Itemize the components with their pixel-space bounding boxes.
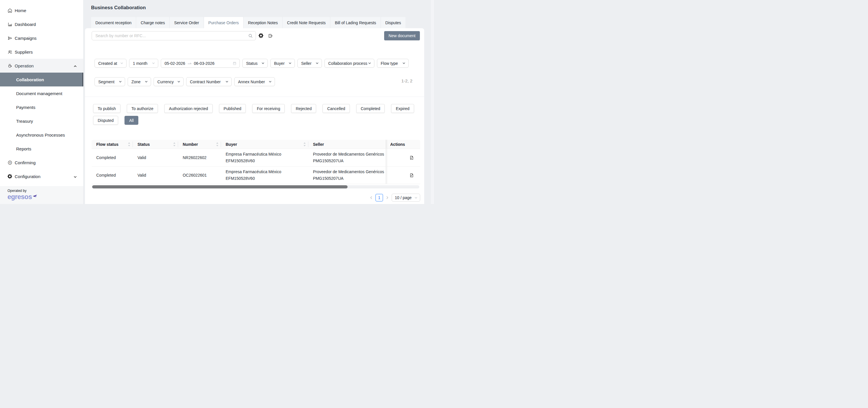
chip-to-authorize[interactable]: To authorize (127, 104, 158, 113)
sidebar-item-home[interactable]: Home (0, 3, 83, 17)
sort-icon[interactable] (173, 142, 176, 147)
chip-for-receiving[interactable]: For receiving (252, 104, 285, 113)
horizontal-scrollbar-thumb[interactable] (92, 185, 347, 188)
table-header: Flow status Status Number Buyer (92, 140, 420, 149)
contract-number-select[interactable]: Contract Number (186, 77, 232, 86)
tab-reception-notes[interactable]: Reception Notes (244, 17, 282, 28)
chip-all[interactable]: All (124, 116, 138, 125)
date-range-picker[interactable]: 05-02-2026 06-03-2026 (161, 59, 240, 68)
flow-type-select[interactable]: Flow type (377, 59, 409, 68)
table-row[interactable]: Completed Valid NR26022602 Empresa Farma… (92, 149, 420, 166)
tab-service-order[interactable]: Service Order (170, 17, 203, 28)
buyer-name: Empresa Farmacéutica México (226, 151, 308, 158)
chip-rejected[interactable]: Rejected (291, 104, 316, 113)
filter-row-2: Segment Zone Currency Contract Number An… (95, 77, 275, 86)
chevron-down-icon (73, 175, 77, 180)
chip-authorization-rejected[interactable]: Authorization rejected (164, 104, 212, 113)
sort-icon[interactable] (128, 142, 130, 147)
currency-select[interactable]: Currency (154, 77, 184, 86)
cell-actions (385, 149, 420, 166)
sidebar-item-label: Asynchronous Processes (16, 132, 65, 137)
cell-status: Valid (133, 166, 178, 184)
sidebar-item-treasury[interactable]: Treasury (0, 114, 83, 128)
sort-icon[interactable] (303, 142, 306, 147)
sidebar-item-label: Treasury (16, 119, 33, 124)
sidebar-item-asynchronous-processes[interactable]: Asynchronous Processes (0, 128, 83, 142)
page-scrollbar[interactable] (430, 0, 434, 204)
chip-to-publish[interactable]: To publish (93, 104, 120, 113)
sidebar-item-label: Collaboration (16, 77, 44, 82)
chip-cancelled[interactable]: Cancelled (322, 104, 349, 113)
search-input[interactable] (92, 31, 256, 40)
export-icon[interactable] (268, 33, 273, 39)
document-file-icon[interactable] (409, 173, 414, 178)
sidebar-menu: Home Dashboard Campaigns Suppliers (0, 0, 83, 183)
document-file-icon[interactable] (409, 155, 414, 160)
table-row[interactable]: Completed Valid OC26022601 Empresa Farma… (92, 166, 420, 184)
chevron-down-icon (225, 80, 228, 84)
sidebar-item-collaboration[interactable]: Collaboration (0, 73, 83, 87)
status-select[interactable]: Status (242, 59, 268, 68)
sidebar-item-label: Dashboard (15, 22, 36, 27)
chip-completed[interactable]: Completed (356, 104, 385, 113)
zone-select[interactable]: Zone (128, 77, 151, 86)
annex-number-select[interactable]: Annex Number (234, 77, 275, 86)
sidebar-item-configuration[interactable]: Configuration (0, 169, 83, 183)
tab-credit-note-requests[interactable]: Credit Note Requests (283, 17, 330, 28)
sidebar-item-document-management[interactable]: Document management (0, 87, 83, 100)
sidebar-item-confirming[interactable]: $ Confirming (0, 156, 83, 169)
chevron-down-icon (177, 80, 180, 84)
chip-disputed[interactable]: Disputed (93, 116, 118, 125)
tab-document-reception[interactable]: Document reception (91, 17, 136, 28)
tab-charge-notes[interactable]: Charge notes (136, 17, 169, 28)
tab-bar: Document reception Charge notes Service … (91, 17, 405, 28)
new-document-button[interactable]: New document (384, 31, 420, 40)
next-page-icon[interactable] (385, 196, 389, 199)
date-range-end[interactable]: 06-03-2026 (194, 61, 215, 66)
search-icon (248, 33, 253, 39)
sidebar-scrollbar-thumb[interactable] (83, 73, 83, 87)
chevron-down-icon (152, 61, 155, 66)
svg-text:$: $ (9, 161, 11, 164)
chevron-down-icon (120, 61, 123, 66)
tab-disputes[interactable]: Disputes (381, 17, 405, 28)
period-select[interactable]: 1 month (129, 59, 158, 68)
gear-icon (7, 174, 12, 179)
sidebar-item-suppliers[interactable]: Suppliers (0, 45, 83, 59)
tab-bill-of-lading-requests[interactable]: Bill of Lading Requests (331, 17, 380, 28)
column-header-flow-status[interactable]: Flow status (92, 140, 133, 149)
previous-page-icon[interactable] (369, 196, 373, 199)
page-title: Business Collaboration (91, 5, 146, 11)
collaboration-process-select[interactable]: Collaboration process (324, 59, 374, 68)
tab-purchase-orders[interactable]: Purchase Orders (204, 17, 243, 28)
segment-select[interactable]: Segment (95, 77, 125, 86)
search-input-wrap (92, 31, 256, 40)
column-header-number[interactable]: Number (178, 140, 221, 149)
cell-status: Valid (133, 149, 178, 166)
seller-rfc: PMG1505207UA (313, 158, 385, 164)
horizontal-scrollbar-track[interactable] (92, 185, 419, 188)
sidebar-item-campaigns[interactable]: Campaigns (0, 31, 83, 45)
sidebar-item-reports[interactable]: Reports (0, 142, 83, 156)
page-size-select[interactable]: 10 / page (392, 194, 420, 202)
content-card: New document Created at 1 month 05-02-20… (85, 28, 424, 204)
chevron-down-icon (315, 61, 319, 66)
sidebar-item-operation[interactable]: Operation (0, 59, 83, 73)
settings-gear-icon[interactable] (258, 33, 264, 39)
sidebar-item-payments[interactable]: Payments (0, 100, 83, 114)
page-number[interactable]: 1 (375, 194, 383, 201)
buyer-rfc: EFM150528V60 (226, 175, 308, 182)
chip-expired[interactable]: Expired (391, 104, 414, 113)
date-range-start[interactable]: 05-02-2026 (164, 61, 185, 66)
sidebar-item-dashboard[interactable]: Dashboard (0, 17, 83, 31)
column-header-status[interactable]: Status (133, 140, 178, 149)
column-header-buyer[interactable]: Buyer (221, 140, 308, 149)
seller-select[interactable]: Seller (298, 59, 322, 68)
sidebar-item-label: Payments (16, 105, 35, 110)
created-at-select[interactable]: Created at (95, 59, 126, 68)
buyer-select[interactable]: Buyer (270, 59, 295, 68)
chip-published[interactable]: Published (219, 104, 246, 113)
chevron-down-icon (145, 80, 148, 84)
sort-icon[interactable] (216, 142, 219, 147)
chevron-down-icon (368, 61, 371, 66)
